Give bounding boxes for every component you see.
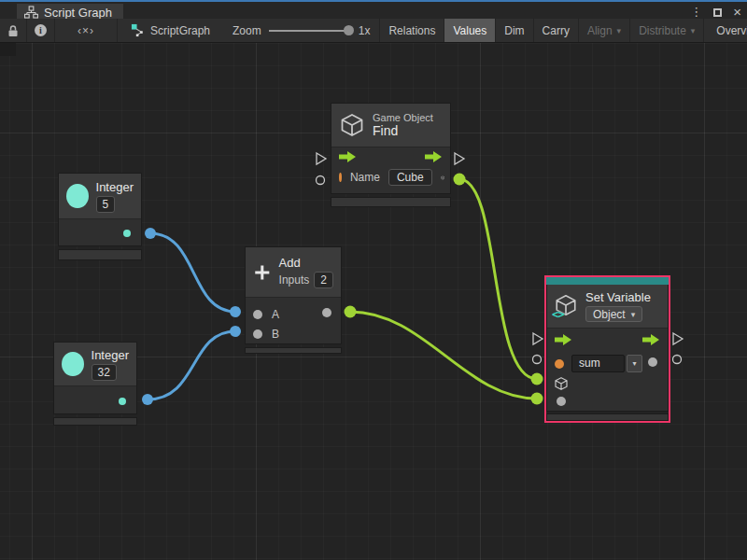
wire-add-to-setvariable [350, 312, 537, 399]
toolbar-button-values[interactable]: Values [444, 19, 496, 42]
value-input-port[interactable] [557, 397, 566, 406]
flow-port-triangle[interactable] [673, 333, 683, 344]
variables-angle-icon: <> [552, 308, 563, 321]
wire-endpoint-green[interactable] [454, 174, 466, 186]
name-label: Name [350, 171, 380, 184]
port-b-label: B [272, 328, 279, 341]
node-footer [53, 417, 137, 426]
wire-endpoint-blue[interactable] [145, 228, 156, 239]
chevron-down-icon: ▾ [631, 310, 636, 319]
node-title: Integer [96, 180, 134, 194]
value-port-circle[interactable] [673, 356, 682, 364]
variable-accent-bar [546, 277, 669, 285]
wire-integer5-to-add-a [150, 233, 235, 312]
zoom-control: Zoom 1x [223, 19, 380, 42]
output-value-port[interactable] [648, 357, 657, 367]
integer-type-icon [62, 352, 84, 376]
output-port-integer[interactable] [123, 230, 131, 237]
input-port-b[interactable] [253, 329, 262, 339]
node-integer-5[interactable]: Integer 5 [58, 173, 142, 260]
toolbar-button-align[interactable]: Align ▾ [579, 19, 630, 42]
node-add[interactable]: Add Inputs 2 A B [245, 246, 342, 354]
object-input-port-icon[interactable] [554, 376, 569, 391]
lock-icon [7, 24, 19, 37]
script-graph-icon [131, 23, 145, 37]
add-icon [253, 260, 272, 285]
zoom-label: Zoom [233, 24, 261, 37]
info-button[interactable]: i [27, 19, 55, 42]
node-subtitle: Game Object [373, 112, 433, 123]
integer-value-field[interactable]: 32 [92, 364, 117, 381]
toolbar-button-distribute[interactable]: Distribute ▾ [630, 19, 704, 42]
wire-endpoint-green[interactable] [531, 373, 543, 385]
flow-port-triangle[interactable] [455, 153, 464, 164]
info-icon: i [35, 24, 47, 36]
wire-endpoint-green[interactable] [531, 393, 543, 405]
wire-endpoint-blue[interactable] [142, 394, 153, 405]
integer-value-field[interactable]: 5 [96, 196, 116, 213]
flow-out-arrow-icon[interactable] [425, 151, 443, 162]
graph-name-label: ScriptGraph [150, 24, 210, 37]
toolbar-button-overview[interactable]: Overview [708, 19, 747, 42]
maximize-icon[interactable] [713, 8, 722, 17]
value-port-circle[interactable] [533, 356, 542, 364]
inputs-count-field[interactable]: 2 [314, 272, 333, 288]
inputs-label: Inputs [279, 273, 310, 287]
chevron-down-icon: ▾ [691, 26, 696, 35]
lock-button[interactable] [0, 19, 27, 42]
name-value-field[interactable]: Cube [388, 169, 432, 186]
integer-type-icon [66, 184, 89, 208]
input-port-a[interactable] [253, 310, 262, 319]
value-port-circle[interactable] [317, 176, 325, 185]
node-footer [546, 413, 669, 421]
toolbar-button-dim[interactable]: Dim [496, 19, 533, 42]
wire-find-to-setvariable [459, 179, 537, 379]
toolbar-button-carry[interactable]: Carry [534, 19, 579, 42]
flow-port-triangle[interactable] [317, 153, 326, 164]
zoom-slider[interactable] [269, 30, 351, 32]
node-footer [245, 347, 342, 354]
flow-port-triangle[interactable] [533, 333, 543, 344]
code-view-button[interactable]: ‹×› [55, 19, 118, 42]
graph-breadcrumb[interactable]: ScriptGraph [118, 19, 223, 42]
set-variable-icon: <> [554, 293, 578, 319]
node-set-variable[interactable]: <> Set Variable Object ▾ [544, 275, 670, 423]
game-object-result-icon[interactable] [441, 171, 444, 185]
game-object-icon [339, 112, 365, 138]
flow-in-arrow-icon[interactable] [555, 334, 572, 345]
node-title: Integer [92, 348, 129, 362]
chevron-down-icon: ▾ [617, 26, 622, 35]
code-cross-icon: ‹×› [78, 24, 94, 37]
output-port-sum[interactable] [322, 308, 331, 317]
node-title: Set Variable [585, 290, 651, 304]
flow-in-arrow-icon[interactable] [339, 151, 357, 162]
variable-name-select[interactable]: sum ▾ [571, 355, 642, 372]
variable-name-port[interactable] [555, 359, 564, 369]
wire-endpoint-green[interactable] [345, 306, 357, 318]
toolbar-button-relations[interactable]: Relations [380, 19, 444, 42]
wire-endpoint-blue[interactable] [230, 326, 241, 337]
flow-out-arrow-icon[interactable] [642, 334, 660, 345]
zoom-value: 1x [359, 24, 371, 37]
node-gameobject-find[interactable]: Game Object Find Name Cube [331, 103, 451, 207]
hierarchy-icon [24, 6, 38, 19]
node-title: Find [373, 123, 433, 138]
output-port-integer[interactable] [119, 398, 126, 405]
name-input-port[interactable] [339, 173, 342, 182]
node-footer [331, 197, 451, 207]
node-title: Add [279, 256, 333, 270]
wire-integer32-to-add-b [148, 331, 235, 399]
graph-toolbar: i ‹×› ScriptGraph Zoom 1x Relations Valu… [0, 19, 747, 43]
zoom-slider-handle[interactable] [344, 25, 354, 35]
graph-canvas[interactable]: Integer 5 Integer 32 [0, 43, 747, 560]
chevron-down-icon: ▾ [627, 355, 642, 372]
variable-kind-dropdown[interactable]: Object ▾ [585, 306, 642, 322]
node-footer [58, 249, 142, 260]
tab-title: Script Graph [44, 6, 112, 20]
wire-endpoint-blue[interactable] [230, 306, 241, 317]
title-bar: Script Graph ⋮ × [0, 0, 747, 19]
node-integer-32[interactable]: Integer 32 [53, 342, 137, 426]
port-a-label: A [272, 308, 279, 321]
